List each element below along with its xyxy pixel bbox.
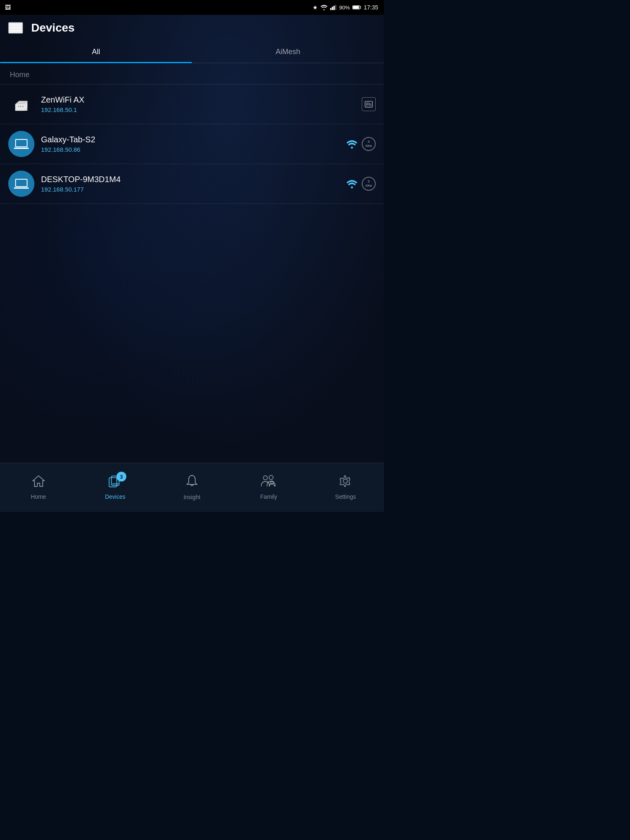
svg-rect-26 (14, 187, 29, 189)
bluetooth-icon: ★ (313, 4, 318, 11)
nav-item-family[interactable]: Family (231, 463, 307, 512)
section-home-label: Home (0, 63, 384, 84)
nav-label-family: Family (260, 493, 277, 500)
wifi-icon-desktop (346, 179, 358, 188)
battery-icon (352, 5, 361, 10)
device-info-zenwifi: ZenWiFi AX 192.168.50.1 (41, 95, 355, 113)
nav-item-home[interactable]: Home (0, 463, 77, 512)
wifi-icon-galaxy (346, 139, 358, 148)
device-avatar-galaxy (8, 131, 34, 157)
menu-button[interactable] (8, 22, 23, 34)
time: 17:35 (364, 4, 378, 11)
device-info-desktop: DESKTOP-9M3D1M4 192.168.50.177 (41, 175, 340, 193)
tab-all[interactable]: All (0, 41, 192, 63)
svg-point-23 (351, 147, 353, 149)
svg-point-34 (269, 475, 273, 479)
nav-item-settings[interactable]: Settings (307, 463, 384, 512)
nav-item-devices[interactable]: 3 Devices (77, 463, 153, 512)
devices-badge: 3 (116, 472, 126, 482)
battery-percent: 90% (339, 5, 350, 11)
svg-point-14 (23, 106, 24, 107)
svg-marker-28 (33, 476, 44, 486)
router-icon (13, 96, 30, 112)
nav-label-home: Home (31, 493, 46, 500)
svg-rect-22 (14, 148, 29, 149)
svg-point-27 (351, 187, 353, 189)
hamburger-line-1 (11, 25, 21, 25)
svg-point-0 (323, 9, 324, 11)
device-item-galaxy[interactable]: Galaxy-Tab-S2 192.168.50.86 5GHz (0, 124, 384, 164)
bell-icon (186, 475, 198, 491)
svg-point-33 (263, 476, 267, 480)
svg-rect-4 (335, 5, 336, 10)
svg-rect-2 (332, 7, 333, 10)
svg-rect-6 (353, 6, 359, 9)
laptop-icon-galaxy (13, 136, 30, 152)
device-icons-zenwifi (362, 97, 376, 111)
status-bar: 🖼 ★ 90% 17:35 (0, 0, 384, 15)
svg-rect-15 (365, 101, 372, 107)
device-list: ZenWiFi AX 192.168.50.1 (0, 84, 384, 204)
svg-rect-25 (16, 180, 27, 186)
svg-rect-3 (333, 6, 335, 10)
svg-point-12 (18, 106, 19, 107)
gear-icon (339, 475, 352, 490)
top-bar: Devices (0, 15, 384, 41)
nav-item-insight[interactable]: Insight (153, 463, 230, 512)
ethernet-symbol (364, 100, 373, 108)
family-icon (260, 475, 277, 490)
main-content: Home ZenWiFi AX (0, 63, 384, 204)
laptop-icon-desktop (13, 176, 30, 192)
hamburger-line-3 (11, 30, 21, 31)
band-badge-galaxy: 5GHz (362, 137, 376, 151)
home-icon (32, 475, 45, 490)
device-ip-zenwifi: 192.168.50.1 (41, 106, 355, 113)
nav-label-insight: Insight (183, 494, 200, 500)
nav-label-settings: Settings (335, 493, 356, 500)
signal-icon (330, 5, 337, 10)
device-item-desktop[interactable]: DESKTOP-9M3D1M4 192.168.50.177 5GHz (0, 164, 384, 204)
device-ip-galaxy: 192.168.50.86 (41, 146, 340, 153)
wifi-status-icon (320, 5, 328, 10)
device-icons-galaxy: 5GHz (346, 137, 376, 151)
tab-aimesh[interactable]: AiMesh (192, 41, 384, 63)
device-ip-desktop: 192.168.50.177 (41, 186, 340, 193)
status-bar-right: ★ 90% 17:35 (313, 4, 378, 11)
device-name-galaxy: Galaxy-Tab-S2 (41, 135, 340, 144)
svg-rect-1 (330, 8, 331, 10)
device-item-zenwifi[interactable]: ZenWiFi AX 192.168.50.1 (0, 84, 384, 124)
device-name-zenwifi: ZenWiFi AX (41, 95, 355, 105)
band-badge-desktop: 5GHz (362, 177, 376, 191)
page-title: Devices (31, 21, 75, 34)
bottom-nav: Home 3 Devices Insight (0, 463, 384, 512)
device-name-desktop: DESKTOP-9M3D1M4 (41, 175, 340, 184)
tabs-container: All AiMesh (0, 41, 384, 63)
device-avatar-desktop (8, 171, 34, 197)
svg-point-36 (343, 479, 347, 483)
device-avatar-zenwifi (8, 91, 34, 117)
ethernet-icon-zenwifi (362, 97, 376, 111)
nav-label-devices: Devices (105, 493, 126, 500)
svg-rect-21 (16, 140, 27, 146)
device-info-galaxy: Galaxy-Tab-S2 192.168.50.86 (41, 135, 340, 153)
status-bar-left-icons: 🖼 (5, 4, 11, 11)
device-icons-desktop: 5GHz (346, 177, 376, 191)
hamburger-line-2 (11, 27, 21, 28)
devices-icon: 3 (108, 475, 122, 490)
svg-point-13 (20, 106, 21, 107)
